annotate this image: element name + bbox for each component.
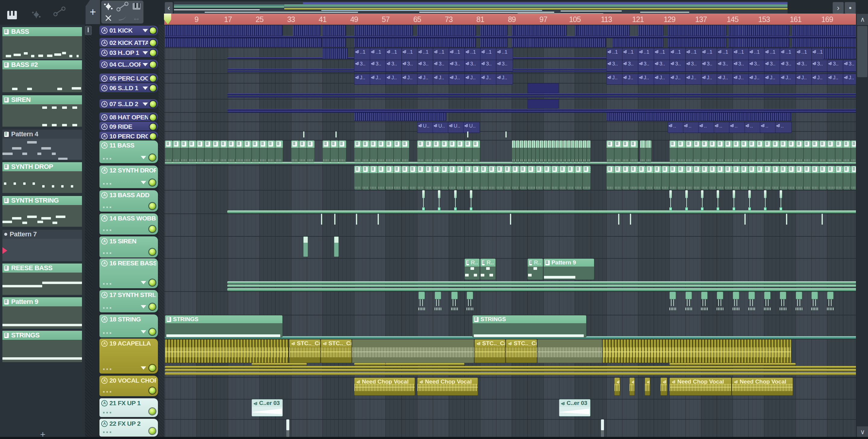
- pattern-clip[interactable]: S..: [488, 166, 496, 189]
- automation-clip[interactable]: [385, 363, 464, 365]
- pattern-clip[interactable]: [220, 140, 228, 162]
- track-enable-led[interactable]: [149, 203, 156, 209]
- track-header-hat-open[interactable]: A08 HAT OPEN: [99, 113, 158, 121]
- vocal-audio-clip-small[interactable]: [645, 378, 650, 396]
- stab-clip[interactable]: [685, 190, 688, 210]
- audio-clip[interactable]: J..: [449, 74, 466, 85]
- pattern-clip[interactable]: S..: [527, 166, 535, 189]
- sliver-clip[interactable]: [303, 131, 304, 138]
- stab-clip[interactable]: [748, 190, 751, 210]
- pattern-clip[interactable]: S..: [425, 166, 433, 189]
- track-header-s-ld-2[interactable]: A07 S..LD 2: [99, 99, 158, 108]
- pattern-item-header[interactable]: BASS: [2, 27, 82, 36]
- track-mode-icon[interactable]: A: [101, 50, 107, 56]
- audio-clip[interactable]: U..: [448, 122, 464, 133]
- track-mode-icon[interactable]: A: [101, 400, 107, 406]
- track-mode-icon[interactable]: A: [101, 378, 107, 384]
- track-enable-led[interactable]: [150, 124, 156, 130]
- pattern-clip[interactable]: [579, 140, 583, 162]
- track-dropdown-arrow[interactable]: [141, 330, 146, 333]
- pattern-clip[interactable]: [330, 140, 338, 162]
- pattern-clip[interactable]: [567, 140, 571, 162]
- vocal-audio-clip[interactable]: Need Chop Vocal: [670, 378, 732, 396]
- pattern-item[interactable]: BASS: [2, 27, 82, 59]
- automation-clip[interactable]: [227, 93, 856, 95]
- piano-icon[interactable]: [7, 11, 17, 19]
- audio-clip[interactable]: J..: [685, 74, 702, 85]
- striped-audio-clip[interactable]: [792, 38, 856, 47]
- pattern-clip[interactable]: [433, 140, 441, 162]
- pattern-clip[interactable]: [563, 140, 567, 162]
- track-header-fx-up-1[interactable]: A21 FX UP 1: [99, 398, 158, 417]
- pattern-clip[interactable]: [843, 140, 851, 162]
- pattern-clip[interactable]: S..: [551, 166, 559, 189]
- pattern-clip[interactable]: S..: [764, 166, 772, 189]
- track-header-vocal-chop[interactable]: A20 VOCAL CHOP: [99, 376, 158, 396]
- track-options-dots[interactable]: [103, 369, 112, 370]
- audio-clip[interactable]: 3..: [607, 60, 623, 72]
- pattern-clip[interactable]: [204, 140, 212, 162]
- audio-clip[interactable]: 3..: [354, 60, 371, 72]
- track-enable-led[interactable]: [150, 50, 156, 56]
- pattern-clip[interactable]: S..: [741, 166, 748, 189]
- audio-clip[interactable]: J..: [370, 74, 387, 85]
- track-header-s-ld-1[interactable]: A06 S..LD 1: [99, 83, 158, 92]
- pattern-item[interactable]: Pattern 7: [2, 230, 82, 261]
- named-pattern-clip[interactable]: STRINGS: [472, 315, 586, 338]
- pattern-clip[interactable]: [417, 140, 425, 162]
- track-enable-led[interactable]: [150, 61, 156, 68]
- audio-clip[interactable]: 3..: [764, 60, 781, 72]
- pattern-clip[interactable]: [291, 140, 299, 162]
- automation-clip[interactable]: [252, 363, 307, 365]
- audio-clip[interactable]: J..: [733, 74, 749, 85]
- audio-clip[interactable]: J..: [401, 74, 418, 85]
- pattern-clip[interactable]: [539, 140, 544, 162]
- sliver-clip[interactable]: [378, 214, 379, 225]
- pattern-clip[interactable]: [575, 140, 579, 162]
- audio-clip[interactable]: 3..: [480, 60, 497, 72]
- pattern-clip[interactable]: S..: [354, 166, 362, 189]
- pattern-item-header[interactable]: Pattern 9: [2, 297, 82, 306]
- scroll-up-button[interactable]: ∧: [857, 13, 868, 25]
- pattern-clip[interactable]: S..: [630, 166, 638, 189]
- track-dropdown-arrow[interactable]: [143, 103, 148, 106]
- pattern-clip[interactable]: S..: [804, 166, 811, 189]
- pattern-clip[interactable]: [780, 140, 787, 162]
- track-mode-icon[interactable]: A: [101, 238, 107, 244]
- audio-clip[interactable]: 3..: [385, 60, 402, 72]
- track-enable-led[interactable]: [150, 27, 156, 34]
- pattern-clip[interactable]: S..: [575, 166, 583, 189]
- audio-clip[interactable]: ..: [744, 122, 761, 133]
- audio-clip[interactable]: ..: [760, 122, 776, 133]
- striped-audio-clip[interactable]: [293, 25, 320, 36]
- pattern-clip[interactable]: S..: [559, 166, 567, 189]
- vertical-scrollbar[interactable]: ∧ ∨: [857, 13, 868, 438]
- sliver-clip[interactable]: [822, 214, 823, 225]
- pattern-clip[interactable]: S..: [472, 166, 480, 189]
- pattern-clip[interactable]: [516, 140, 520, 162]
- stab-clip[interactable]: [733, 190, 735, 210]
- vocal-audio-clip[interactable]: STC.._C#: [321, 339, 352, 363]
- mini-audio-clip[interactable]: [303, 236, 308, 257]
- pattern-clip[interactable]: [835, 140, 843, 162]
- audio-clip[interactable]: J..: [638, 74, 655, 85]
- pattern-clip[interactable]: S..: [756, 166, 764, 189]
- audio-clip[interactable]: 3..: [433, 60, 450, 72]
- named-pattern-clip[interactable]: STRINGS: [165, 315, 283, 338]
- audio-clip[interactable]: J..: [827, 74, 844, 85]
- pattern-clip[interactable]: S..: [654, 166, 661, 189]
- striped-audio-clip[interactable]: [575, 25, 629, 36]
- pattern-clip[interactable]: S..: [819, 166, 827, 189]
- pattern-clip[interactable]: S..: [480, 166, 488, 189]
- audio-clip[interactable]: 3..: [417, 60, 434, 72]
- stab-clip[interactable]: [701, 190, 704, 210]
- pattern-item-header[interactable]: SYNTH DROP: [2, 162, 82, 171]
- striped-audio-clip[interactable]: [728, 38, 789, 47]
- vocal-audio-clip-small[interactable]: [660, 378, 667, 396]
- striped-audio-clip[interactable]: [322, 48, 348, 59]
- automation-clip[interactable]: [227, 288, 856, 291]
- pattern-clip[interactable]: [709, 140, 717, 162]
- pattern-clip[interactable]: [614, 140, 622, 162]
- pattern-clip[interactable]: S..: [394, 166, 401, 189]
- striped-audio-clip[interactable]: [322, 25, 346, 36]
